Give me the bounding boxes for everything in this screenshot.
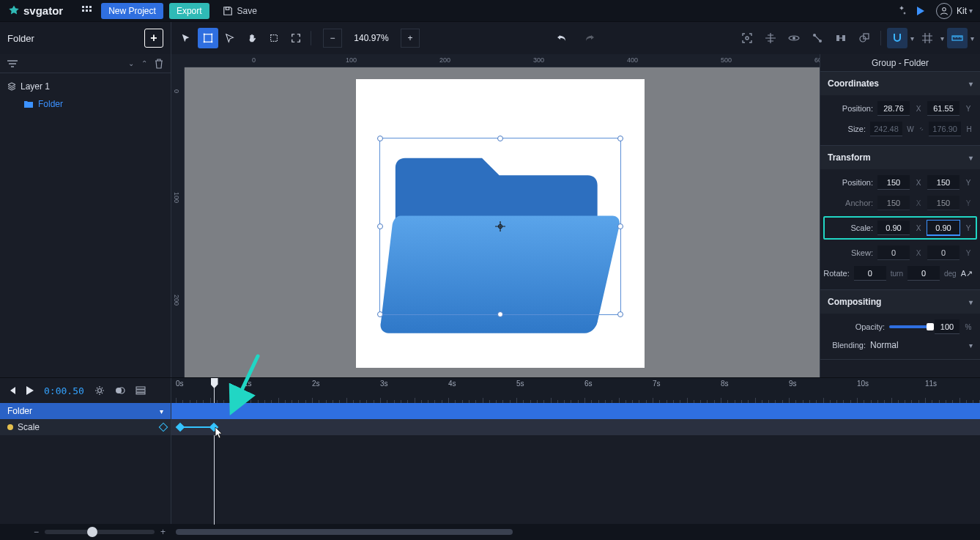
avatar[interactable] — [936, 3, 952, 19]
svg-rect-5 — [89, 10, 92, 12]
link-icon[interactable] — [918, 125, 924, 133]
folder-icon — [23, 100, 34, 108]
t-scale-x[interactable] — [877, 221, 910, 235]
timeline-ruler[interactable]: 0s1s2s3s4s5s6s7s8s9s10s11s — [171, 378, 980, 403]
text-direction-icon[interactable]: A↗ — [961, 269, 973, 278]
collapse-up-icon[interactable]: ⌃ — [141, 59, 147, 67]
t-skew-y[interactable] — [927, 245, 959, 260]
settings-sparkle-icon[interactable] — [894, 3, 910, 19]
layer-row[interactable]: Layer 1 — [7, 78, 163, 95]
crop-tool[interactable] — [264, 28, 284, 48]
svg-rect-19 — [842, 35, 845, 41]
t-pos-x[interactable] — [877, 175, 910, 190]
canvas[interactable]: -10001002003004005006007008009001000 010… — [171, 54, 820, 377]
snap-toggle[interactable] — [887, 28, 907, 48]
view-option-align[interactable] — [760, 28, 781, 48]
svg-rect-1 — [86, 6, 88, 8]
trash-icon[interactable] — [155, 59, 163, 69]
timeline-zoom-slider[interactable] — [45, 530, 155, 534]
user-name[interactable]: Kit — [957, 6, 967, 16]
export-button[interactable]: Export — [169, 3, 209, 19]
t-scale-y[interactable] — [927, 221, 959, 235]
track-scale[interactable] — [171, 419, 980, 435]
scale-row-callout: Scale: X Y — [823, 216, 977, 240]
track-folder[interactable] — [171, 403, 980, 419]
svg-rect-3 — [82, 10, 84, 12]
redo-button[interactable] — [579, 28, 600, 48]
coords-size-h[interactable] — [929, 122, 961, 136]
ruler-toggle[interactable] — [947, 28, 968, 48]
save-button[interactable]: Save — [215, 3, 264, 19]
svg-rect-27 — [136, 387, 145, 389]
svg-point-15 — [792, 37, 795, 40]
svg-rect-0 — [82, 6, 84, 8]
cursor-icon — [214, 426, 224, 440]
move-tool[interactable] — [176, 28, 196, 48]
timeline-time[interactable]: 0:00.50 — [44, 385, 84, 396]
t-rot-deg[interactable] — [907, 266, 940, 281]
svg-rect-29 — [136, 393, 145, 394]
timeline-layers-icon[interactable] — [136, 386, 146, 395]
new-project-button[interactable]: New Project — [101, 3, 163, 19]
section-coordinates[interactable]: Coordinates▾ — [820, 72, 980, 95]
transform-tool[interactable] — [198, 28, 218, 48]
anchor-icon[interactable] — [495, 221, 505, 232]
collapse-down-icon[interactable]: ⌄ — [128, 59, 134, 67]
t-anc-y[interactable] — [927, 196, 959, 210]
layer-folder-row[interactable]: Folder — [7, 95, 163, 113]
timeline-folder-row[interactable]: Folder▾ — [0, 403, 171, 419]
view-option-view[interactable] — [784, 28, 804, 48]
grid-apps-icon[interactable] — [79, 3, 95, 19]
undo-button[interactable] — [552, 28, 572, 48]
add-element-button[interactable]: + — [144, 29, 163, 48]
svg-point-24 — [97, 389, 101, 393]
coords-pos-y[interactable] — [927, 101, 959, 116]
play-button[interactable] — [26, 386, 34, 395]
timeline-horizontal-scrollbar[interactable] — [171, 524, 980, 540]
coords-size-w[interactable] — [870, 122, 902, 136]
timeline-scale-row[interactable]: Scale — [0, 419, 171, 435]
layer-label: Layer 1 — [21, 81, 50, 92]
t-anc-x[interactable] — [877, 196, 910, 210]
ruler-horizontal: -10001002003004005006007008009001000 — [185, 54, 820, 67]
opacity-slider[interactable] — [889, 325, 930, 328]
user-menu-chevron[interactable]: ▾ — [969, 7, 973, 15]
zoom-percentage[interactable]: 140.97% — [342, 33, 401, 43]
filter-icon[interactable] — [7, 59, 18, 68]
grid-toggle[interactable] — [917, 28, 938, 48]
zoom-in-button[interactable]: + — [401, 29, 420, 48]
zoom-timeline-in[interactable]: + — [160, 527, 166, 537]
t-skew-x[interactable] — [877, 245, 910, 260]
keyframe-indicator-icon — [7, 424, 13, 430]
fit-tool[interactable] — [286, 28, 306, 48]
opacity-value[interactable] — [935, 319, 959, 334]
layer-folder-label: Folder — [38, 99, 63, 109]
section-transform[interactable]: Transform▾ — [820, 146, 980, 169]
coords-pos-x[interactable] — [877, 101, 910, 116]
play-preview-icon[interactable] — [913, 3, 929, 19]
hand-tool[interactable] — [242, 28, 262, 48]
left-header-title: Folder — [7, 33, 34, 44]
view-option-flow[interactable] — [807, 28, 828, 48]
section-compositing[interactable]: Compositing▾ — [820, 290, 980, 314]
view-option-markers[interactable] — [831, 28, 851, 48]
zoom-timeline-out[interactable]: − — [34, 527, 39, 537]
svg-rect-2 — [89, 6, 92, 8]
node-tool[interactable] — [220, 28, 240, 48]
svg-point-11 — [204, 41, 205, 42]
svg-point-14 — [746, 37, 749, 40]
view-option-shapes[interactable] — [854, 28, 875, 48]
t-pos-y[interactable] — [927, 175, 959, 190]
view-option-focus[interactable] — [737, 28, 757, 48]
svg-rect-28 — [136, 390, 145, 392]
selection-box[interactable] — [379, 138, 621, 315]
timeline-settings-icon[interactable] — [94, 385, 105, 396]
timeline-mask-icon[interactable] — [115, 385, 125, 396]
keyframe-start[interactable] — [176, 423, 185, 432]
t-rot-turn[interactable] — [854, 266, 886, 281]
svg-point-7 — [943, 7, 946, 11]
zoom-out-button[interactable]: − — [323, 29, 342, 48]
ruler-corner — [171, 54, 185, 67]
rewind-button[interactable] — [7, 386, 16, 395]
blending-select[interactable]: Normal — [870, 340, 965, 350]
